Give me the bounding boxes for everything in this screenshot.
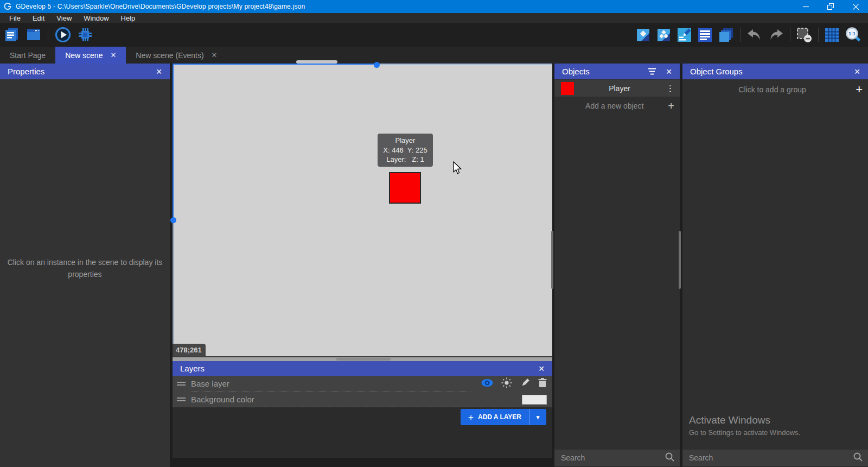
layer-row-background[interactable]: Background color xyxy=(173,392,552,407)
edit-pencil-icon[interactable] xyxy=(520,378,530,390)
search-icon xyxy=(665,452,674,464)
grid-icon[interactable] xyxy=(825,28,839,42)
close-icon[interactable]: ✕ xyxy=(536,364,547,373)
properties-panel-header: Properties ✕ xyxy=(0,64,170,79)
search-icon xyxy=(853,452,863,464)
project-manager-icon[interactable] xyxy=(4,27,20,42)
objects-search-input[interactable] xyxy=(561,453,665,462)
plus-icon: + xyxy=(856,84,863,96)
gdevelop-logo-icon xyxy=(4,3,11,10)
groups-search-input[interactable] xyxy=(689,453,853,462)
scrollbar-thumb[interactable] xyxy=(336,358,391,361)
delete-trash-icon[interactable] xyxy=(538,378,547,390)
add-group-label: Click to add a group xyxy=(689,85,856,94)
tab-close-icon[interactable]: ✕ xyxy=(110,51,116,59)
restore-button[interactable] xyxy=(818,0,843,13)
menu-help[interactable]: Help xyxy=(115,13,142,23)
close-icon[interactable]: ✕ xyxy=(663,67,674,76)
debug-icon[interactable] xyxy=(78,27,93,42)
object-row-player[interactable]: Player ⋮ xyxy=(554,80,680,97)
groups-search-row xyxy=(682,450,868,466)
properties-panel: Properties ✕ Click on an instance in the… xyxy=(0,64,170,467)
watermark-subtitle: Go to Settings to activate Windows. xyxy=(689,428,800,437)
svg-text:1:1: 1:1 xyxy=(848,31,856,36)
canvas-left-scroll-line xyxy=(173,220,174,356)
minimize-button[interactable] xyxy=(793,0,818,13)
zoom-original-icon[interactable]: 1:1 xyxy=(845,27,861,43)
tab-new-scene-events[interactable]: New scene (Events) ✕ xyxy=(126,47,227,64)
properties-empty-message: Click on an instance in the scene to dis… xyxy=(7,257,163,280)
toolbar-separator xyxy=(790,28,790,42)
panel-divider-scrollbar[interactable] xyxy=(551,231,553,289)
menu-view[interactable]: View xyxy=(50,13,78,23)
effects-icon[interactable] xyxy=(501,377,512,390)
deselect-icon[interactable] xyxy=(796,27,812,43)
background-color-swatch[interactable] xyxy=(522,395,547,405)
tab-start-page[interactable]: Start Page xyxy=(0,47,55,64)
object-menu-kebab-icon[interactable]: ⋮ xyxy=(665,84,675,93)
toolbar: 1:1 xyxy=(0,23,868,47)
toolbar-separator xyxy=(740,28,741,42)
plus-icon: + xyxy=(668,100,674,111)
activate-windows-watermark: Activate Windows Go to Settings to activ… xyxy=(689,414,800,437)
plus-icon: + xyxy=(468,413,474,422)
properties-panel-icon[interactable] xyxy=(677,28,692,42)
scroll-handle-dot-left[interactable] xyxy=(170,217,176,223)
layers-panel-icon[interactable] xyxy=(718,27,734,43)
chevron-down-icon[interactable]: ▾ xyxy=(529,409,546,425)
tooltip-layer: Layer: Z: 1 xyxy=(386,155,424,165)
layer-row-base[interactable]: Base layer xyxy=(173,376,552,392)
filter-icon[interactable] xyxy=(648,68,657,75)
menu-file[interactable]: File xyxy=(3,13,27,23)
menu-window[interactable]: Window xyxy=(78,13,114,23)
close-icon[interactable]: ✕ xyxy=(852,67,863,76)
layer-name[interactable]: Base layer xyxy=(191,379,229,388)
tab-close-icon[interactable]: ✕ xyxy=(212,51,218,59)
window-title: GDevelop 5 - C:\Users\Sparkle\OneDrive\D… xyxy=(16,3,305,10)
instances-list-icon[interactable] xyxy=(698,28,712,42)
tooltip-object-name: Player xyxy=(395,136,416,146)
mouse-cursor-icon xyxy=(452,161,463,176)
visibility-eye-icon[interactable] xyxy=(481,378,493,389)
add-group-row[interactable]: Click to add a group + xyxy=(682,80,868,99)
add-a-layer-button[interactable]: + ADD A LAYER ▾ xyxy=(461,409,546,425)
layer-name: Background color xyxy=(191,395,254,404)
properties-panel-title: Properties xyxy=(8,67,44,76)
scene-canvas[interactable]: Player X: 446 Y: 225 Layer: Z: 1 478;261 xyxy=(173,64,552,356)
objects-search-row xyxy=(554,450,680,466)
scroll-handle-dot-top[interactable] xyxy=(374,62,380,68)
add-layer-label: ADD A LAYER xyxy=(478,413,521,421)
add-new-object-row[interactable]: Add a new object + xyxy=(554,98,680,114)
menu-bar: File Edit View Window Help xyxy=(0,13,868,23)
object-name: Player xyxy=(574,84,665,93)
object-groups-panel: Object Groups ✕ Click to add a group + A… xyxy=(682,64,868,467)
add-object-label: Add a new object xyxy=(561,102,668,110)
objects-panel-icon[interactable] xyxy=(636,28,650,42)
objects-panel-title: Objects xyxy=(562,67,590,76)
tab-new-scene[interactable]: New scene ✕ xyxy=(55,47,126,64)
object-groups-panel-icon[interactable] xyxy=(656,28,671,42)
object-groups-panel-header: Object Groups ✕ xyxy=(682,64,868,79)
toolbar-separator xyxy=(48,28,48,42)
layers-panel-header: Layers ✕ xyxy=(173,361,552,376)
close-icon[interactable]: ✕ xyxy=(154,67,164,76)
preview-play-icon[interactable] xyxy=(55,27,71,43)
objects-panel: Objects ✕ Player ⋮ Add a new object + xyxy=(554,64,680,467)
drag-handle-icon[interactable] xyxy=(177,382,186,386)
canvas-horizontal-scrollbar-bottom xyxy=(173,357,552,361)
drag-handle-icon[interactable] xyxy=(177,397,186,401)
redo-icon[interactable] xyxy=(768,28,784,42)
menu-edit[interactable]: Edit xyxy=(27,13,50,23)
instance-tooltip: Player X: 446 Y: 225 Layer: Z: 1 xyxy=(378,134,433,167)
watermark-title: Activate Windows xyxy=(689,414,800,426)
player-object-instance[interactable] xyxy=(389,172,421,204)
object-groups-panel-title: Object Groups xyxy=(690,67,743,76)
cursor-coordinates-badge: 478;261 xyxy=(173,344,206,356)
toolbar-separator xyxy=(818,28,819,42)
gdevelop-window: GDevelop 5 - C:\Users\Sparkle\OneDrive\D… xyxy=(0,0,868,467)
close-button[interactable] xyxy=(843,0,868,13)
start-page-icon[interactable] xyxy=(26,27,41,42)
undo-icon[interactable] xyxy=(746,28,762,42)
panel-divider-scrollbar[interactable] xyxy=(679,231,681,289)
layers-panel-title: Layers xyxy=(180,364,205,373)
